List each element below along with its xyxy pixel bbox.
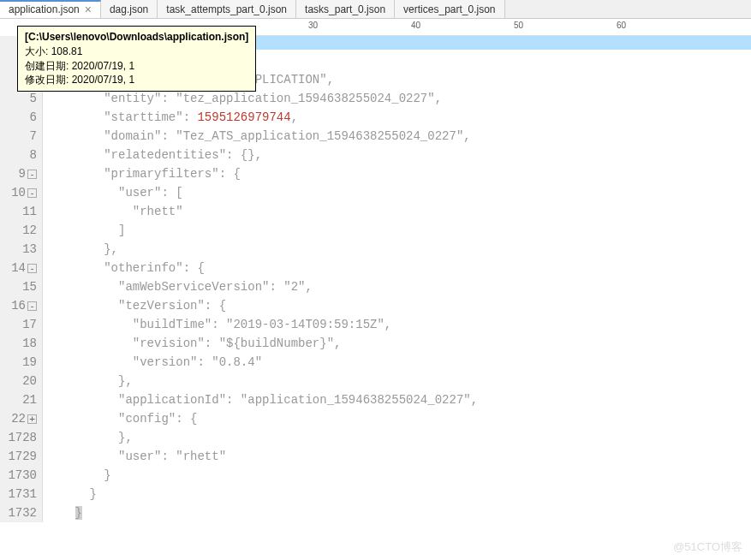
tab-bar: application.json×dag.jsontask_attempts_p… bbox=[0, 0, 751, 19]
tooltip-size: 大小: 108.81 bbox=[25, 45, 248, 59]
tab-dag-json[interactable]: dag.json bbox=[101, 0, 158, 18]
cursor-position: } bbox=[75, 506, 82, 520]
code-line[interactable]: "tezVersion": { bbox=[46, 296, 751, 315]
line-number: 5 bbox=[0, 89, 37, 108]
ruler-mark: 50 bbox=[514, 21, 523, 30]
code-line[interactable]: "amWebServiceVersion": "2", bbox=[46, 277, 751, 296]
tab-label: tasks_part_0.json bbox=[305, 3, 385, 15]
line-number: 1730 bbox=[0, 466, 37, 485]
code-line[interactable]: "rhett" bbox=[46, 202, 751, 221]
code-line[interactable]: }, bbox=[46, 240, 751, 259]
line-number: 11 bbox=[0, 202, 37, 221]
line-number: 22+ bbox=[0, 409, 37, 428]
code-line[interactable]: ] bbox=[46, 221, 751, 240]
code-line[interactable]: }, bbox=[46, 428, 751, 447]
file-tooltip: [C:\Users\lenovo\Downloads\application.j… bbox=[17, 26, 256, 92]
line-number: 1729 bbox=[0, 447, 37, 466]
tab-task_attempts_part_0-json[interactable]: task_attempts_part_0.json bbox=[158, 0, 296, 18]
fold-collapse-icon[interactable]: - bbox=[27, 264, 37, 273]
code-content[interactable]: "entitytype": "TEZ_APPLICATION", "entity… bbox=[43, 36, 751, 522]
code-line[interactable]: "primaryfilters": { bbox=[46, 164, 751, 183]
code-line[interactable]: "user": [ bbox=[46, 183, 751, 202]
code-line[interactable]: "relatedentities": {}, bbox=[46, 146, 751, 164]
code-line[interactable]: "entity": "tez_application_1594638255024… bbox=[46, 89, 751, 108]
tab-label: task_attempts_part_0.json bbox=[166, 3, 287, 15]
ruler-mark: 30 bbox=[308, 21, 318, 30]
line-number: 9- bbox=[0, 164, 37, 183]
tooltip-path: [C:\Users\lenovo\Downloads\application.j… bbox=[25, 30, 248, 45]
line-number: 17 bbox=[0, 315, 37, 334]
line-number: 7 bbox=[0, 127, 37, 146]
code-line[interactable]: "domain": "Tez_ATS_application_159463825… bbox=[46, 127, 751, 146]
code-line[interactable]: } bbox=[46, 466, 751, 485]
line-number: 12 bbox=[0, 221, 37, 240]
close-icon[interactable]: × bbox=[85, 3, 92, 15]
ruler-mark: 60 bbox=[617, 21, 626, 30]
fold-collapse-icon[interactable]: - bbox=[27, 188, 37, 198]
line-number: 8 bbox=[0, 146, 37, 164]
code-editor[interactable]: 456789-10-11121314-1516-171819202122+172… bbox=[0, 36, 751, 522]
line-number: 1731 bbox=[0, 485, 37, 503]
code-line[interactable]: }, bbox=[46, 372, 751, 390]
tab-label: vertices_part_0.json bbox=[403, 3, 495, 15]
line-number-gutter: 456789-10-11121314-1516-171819202122+172… bbox=[0, 36, 43, 522]
code-line[interactable]: "version": "0.8.4" bbox=[46, 353, 751, 372]
code-line[interactable]: } bbox=[46, 485, 751, 503]
tab-label: dag.json bbox=[110, 3, 148, 15]
line-number: 19 bbox=[0, 353, 37, 372]
tab-tasks_part_0-json[interactable]: tasks_part_0.json bbox=[296, 0, 395, 18]
code-line[interactable]: "config": { bbox=[46, 409, 751, 428]
code-line[interactable]: } bbox=[46, 503, 751, 522]
tab-application-json[interactable]: application.json× bbox=[0, 0, 101, 18]
code-line[interactable]: "otherinfo": { bbox=[46, 259, 751, 277]
code-line[interactable]: "applicationId": "application_1594638255… bbox=[46, 390, 751, 409]
ruler-mark: 40 bbox=[411, 21, 420, 30]
line-number: 18 bbox=[0, 334, 37, 353]
watermark: @51CTO博客 bbox=[673, 539, 742, 555]
line-number: 15 bbox=[0, 277, 37, 296]
tab-vertices_part_0-json[interactable]: vertices_part_0.json bbox=[395, 0, 504, 18]
line-number: 16- bbox=[0, 296, 37, 315]
highlighted-value: 1595126979744 bbox=[197, 110, 290, 124]
code-line[interactable]: "revision": "${buildNumber}", bbox=[46, 334, 751, 353]
fold-collapse-icon[interactable]: - bbox=[27, 301, 37, 311]
line-number: 13 bbox=[0, 240, 37, 259]
code-line[interactable]: "buildTime": "2019-03-14T09:59:15Z", bbox=[46, 315, 751, 334]
line-number: 10- bbox=[0, 183, 37, 202]
line-number: 1728 bbox=[0, 428, 37, 447]
tab-label: application.json bbox=[9, 3, 80, 15]
fold-expand-icon[interactable]: + bbox=[27, 414, 37, 424]
code-line[interactable]: "user": "rhett" bbox=[46, 447, 751, 466]
line-number: 6 bbox=[0, 108, 37, 127]
line-number: 20 bbox=[0, 372, 37, 390]
tooltip-created: 创建日期: 2020/07/19, 1 bbox=[25, 59, 248, 74]
tooltip-modified: 修改日期: 2020/07/19, 1 bbox=[25, 73, 248, 87]
line-number: 21 bbox=[0, 390, 37, 409]
line-number: 1732 bbox=[0, 503, 37, 522]
line-number: 14- bbox=[0, 259, 37, 277]
code-line[interactable]: "starttime": 1595126979744, bbox=[46, 108, 751, 127]
fold-collapse-icon[interactable]: - bbox=[27, 170, 37, 179]
